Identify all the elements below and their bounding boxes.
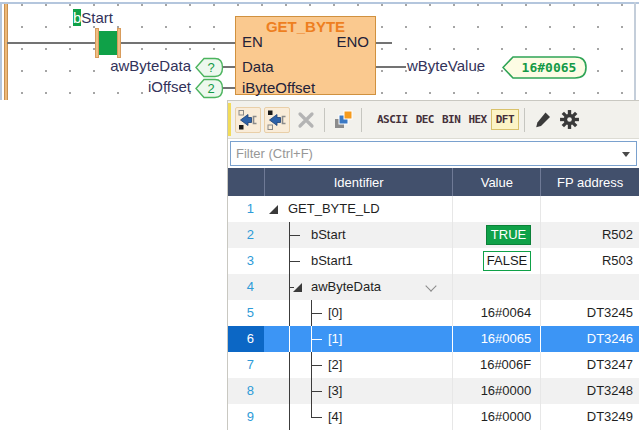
fp-address-cell bbox=[540, 196, 639, 222]
wire bbox=[223, 87, 235, 89]
value-cell: FALSE bbox=[452, 248, 540, 274]
value-cell: TRUE bbox=[452, 222, 540, 248]
wire bbox=[376, 66, 406, 68]
identifier-label[interactable]: bStart bbox=[311, 227, 346, 242]
table-row[interactable]: 5[0]16#0064DT3245 bbox=[228, 300, 639, 326]
output-wbytevalue-label[interactable]: wByteValue bbox=[407, 57, 485, 74]
fp-address-cell: DT3245 bbox=[540, 300, 639, 326]
pin-en: EN bbox=[242, 33, 263, 50]
fpwin-pro-screen: bStart awByteData ? iOffset 2 GET_BYTE E… bbox=[0, 0, 639, 430]
header-row-number[interactable] bbox=[228, 168, 264, 196]
filter-dropdown-arrow-icon[interactable] bbox=[622, 152, 630, 157]
row-number[interactable]: 1 bbox=[228, 196, 264, 222]
expander-triangle-icon[interactable] bbox=[293, 283, 302, 292]
watch-table-body: 1GET_BYTE_LD2bStartTRUER5023bStart1FALSE… bbox=[228, 196, 639, 430]
table-row[interactable]: 2bStartTRUER502 bbox=[228, 222, 639, 248]
table-row[interactable]: 8[3]16#0000DT3248 bbox=[228, 378, 639, 404]
format-dft-button[interactable]: DFT bbox=[491, 109, 519, 130]
contact-label[interactable]: bStart bbox=[73, 9, 113, 26]
format-bin-button[interactable]: BIN bbox=[438, 109, 464, 130]
output-value-tag[interactable]: 16#0065 bbox=[502, 55, 588, 80]
settings-gear-icon bbox=[559, 109, 580, 130]
value-cell: 16#0064 bbox=[452, 300, 540, 326]
wire bbox=[376, 42, 392, 44]
table-row[interactable]: 1GET_BYTE_LD bbox=[228, 196, 639, 222]
expander-triangle-icon[interactable] bbox=[269, 205, 278, 214]
header-identifier[interactable]: Identifier bbox=[264, 168, 453, 196]
network-right-border bbox=[634, 2, 636, 100]
svg-text:16#0065: 16#0065 bbox=[522, 60, 577, 75]
identifier-label[interactable]: awByteData bbox=[311, 279, 381, 294]
table-row[interactable]: 3bStart1FALSER503 bbox=[228, 248, 639, 274]
network-left-border bbox=[0, 2, 2, 100]
fbd-editor-area[interactable]: bStart awByteData ? iOffset 2 GET_BYTE E… bbox=[0, 0, 639, 100]
table-row[interactable]: 4awByteData bbox=[228, 274, 639, 300]
delete-button[interactable] bbox=[293, 107, 319, 133]
identifier-label[interactable]: [4] bbox=[328, 409, 342, 424]
get-byte-function-block[interactable]: GET_BYTE EN ENO Data iByteOffset bbox=[235, 16, 376, 95]
pin-eno: ENO bbox=[336, 33, 369, 50]
identifier-label[interactable]: [1] bbox=[328, 331, 342, 346]
row-number[interactable]: 6 bbox=[228, 326, 264, 352]
contact-right-bar bbox=[117, 28, 121, 58]
format-hex-button[interactable]: HEX bbox=[464, 109, 490, 130]
toolbar-separator bbox=[361, 108, 362, 132]
false-value-badge: FALSE bbox=[483, 251, 531, 271]
header-fp-address[interactable]: FP address bbox=[540, 168, 639, 196]
filter-input[interactable]: Filter (Ctrl+F) bbox=[230, 141, 637, 166]
value-cell: 16#0000 bbox=[452, 404, 540, 430]
delete-cross-icon bbox=[296, 110, 316, 130]
arg-awbytedata-label[interactable]: awByteData bbox=[60, 57, 191, 74]
insert-variable-after-icon bbox=[266, 109, 288, 131]
identifier-cell: [4] bbox=[264, 404, 453, 430]
arg-awbytedata-tag[interactable]: ? bbox=[195, 57, 224, 78]
layers-icon bbox=[332, 109, 354, 131]
identifier-label[interactable]: [2] bbox=[328, 357, 342, 372]
arg-ioffset-tag[interactable]: 2 bbox=[195, 78, 224, 99]
fp-address-cell: R502 bbox=[540, 222, 639, 248]
network-top-border bbox=[0, 2, 639, 4]
fp-address-cell: DT3247 bbox=[540, 352, 639, 378]
toolbar-edge-strip bbox=[228, 103, 231, 136]
settings-button[interactable] bbox=[556, 107, 582, 133]
arg-ioffset-label[interactable]: iOffset bbox=[60, 78, 191, 95]
row-number[interactable]: 2 bbox=[228, 222, 264, 248]
identifier-cell: awByteData bbox=[264, 274, 453, 300]
chevron-down-icon[interactable] bbox=[425, 280, 436, 291]
svg-text:?: ? bbox=[207, 60, 214, 75]
row-number[interactable]: 5 bbox=[228, 300, 264, 326]
row-number[interactable]: 8 bbox=[228, 378, 264, 404]
watch-toolbar: ASCII DEC BIN HEX DFT bbox=[228, 101, 639, 139]
identifier-label[interactable]: [3] bbox=[328, 383, 342, 398]
header-value[interactable]: Value bbox=[452, 168, 540, 196]
format-ascii-button[interactable]: ASCII bbox=[373, 109, 412, 130]
format-dec-button[interactable]: DEC bbox=[412, 109, 438, 130]
row-number[interactable]: 7 bbox=[228, 352, 264, 378]
identifier-cell: bStart bbox=[264, 222, 453, 248]
identifier-label[interactable]: bStart1 bbox=[311, 253, 353, 268]
table-row[interactable]: 6[1]16#0065DT3246 bbox=[228, 326, 639, 352]
table-row[interactable]: 7[2]16#006FDT3247 bbox=[228, 352, 639, 378]
watch-table-header: Identifier Value FP address bbox=[228, 168, 639, 196]
svg-text:2: 2 bbox=[207, 81, 214, 96]
toolbar-separator bbox=[324, 108, 325, 132]
true-value-badge: TRUE bbox=[486, 225, 531, 245]
identifier-label[interactable]: GET_BYTE_LD bbox=[288, 201, 380, 216]
identifier-cell: [0] bbox=[264, 300, 453, 326]
wire bbox=[7, 42, 235, 44]
insert-variable-after-button[interactable] bbox=[264, 107, 290, 133]
row-number[interactable]: 9 bbox=[228, 404, 264, 430]
identifier-cell: [3] bbox=[264, 378, 453, 404]
value-cell bbox=[452, 196, 540, 222]
pin-ibyteoffset: iByteOffset bbox=[242, 79, 315, 96]
pin-data: Data bbox=[242, 58, 274, 75]
layers-button[interactable] bbox=[330, 107, 356, 133]
row-number[interactable]: 4 bbox=[228, 274, 264, 300]
insert-variable-before-icon bbox=[237, 109, 259, 131]
insert-variable-before-button[interactable] bbox=[235, 107, 261, 133]
row-number[interactable]: 3 bbox=[228, 248, 264, 274]
edit-pencil-icon bbox=[533, 110, 553, 130]
edit-button[interactable] bbox=[530, 107, 556, 133]
identifier-label[interactable]: [0] bbox=[328, 305, 342, 320]
table-row[interactable]: 9[4]16#0000DT3249 bbox=[228, 404, 639, 430]
